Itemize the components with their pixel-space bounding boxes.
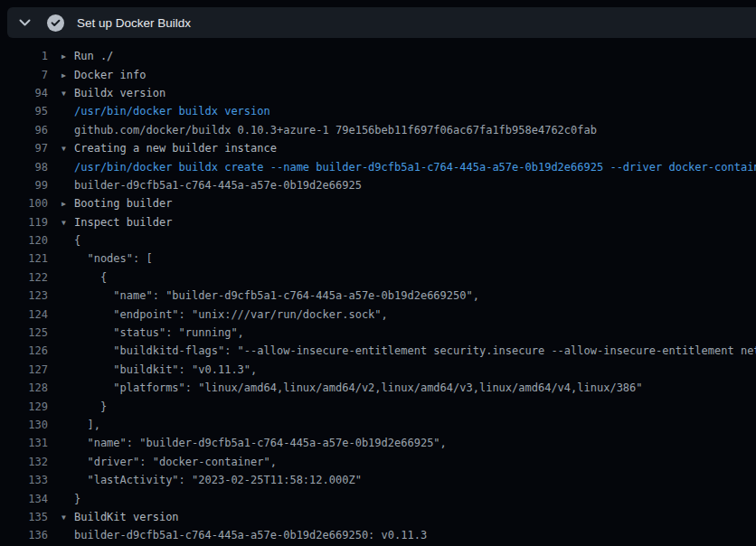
log-line-row: 123 "name": "builder-d9cfb5a1-c764-445a-… [0,287,756,305]
command-text: /usr/bin/docker buildx version [61,105,270,118]
step-header[interactable]: Set up Docker Buildx [7,7,756,38]
line-number[interactable]: 127 [0,363,48,376]
log-group-row[interactable]: 7▶Docker info [0,65,756,83]
log-group-row[interactable]: 97▼Creating a new builder instance [0,139,756,157]
log-group-row[interactable]: 119▼Inspect builder [0,213,756,231]
output-text: "status": "running", [61,326,244,339]
log-group-row[interactable]: 1▶Run ./ [0,47,756,65]
log-line-row: 132 "driver": "docker-container", [0,453,756,471]
line-number[interactable]: 100 [0,197,48,210]
output-text: "nodes": [ [61,252,153,265]
output-text: "name": "builder-d9cfb5a1-c764-445a-a57e… [61,437,447,449]
log-line-row: 96github.com/docker/buildx 0.10.3+azure-… [0,121,756,139]
log-line-row: 126 "buildkitd-flags": "--allow-insecure… [0,342,756,360]
line-number[interactable]: 95 [0,105,48,118]
log-line-row: 124 "endpoint": "unix:///var/run/docker.… [0,305,756,323]
line-number[interactable]: 132 [0,456,48,468]
triangle-collapsed-icon[interactable]: ▶ [61,200,74,208]
triangle-expanded-icon[interactable]: ▼ [61,145,74,153]
line-number[interactable]: 97 [0,142,48,155]
line-number[interactable]: 7 [0,69,48,81]
log-group-row[interactable]: 135▼BuildKit version [0,508,756,526]
triangle-expanded-icon[interactable]: ▼ [61,219,74,227]
line-number[interactable]: 120 [0,234,48,247]
line-number[interactable]: 128 [0,381,48,394]
log-line-row: 130 ], [0,416,756,434]
output-text: { [61,234,80,247]
line-number[interactable]: 124 [0,308,48,321]
line-number[interactable]: 94 [0,87,48,99]
log-line-row: 127 "buildkit": "v0.11.3", [0,361,756,379]
output-text: builder-d9cfb5a1-c764-445a-a57e-0b19d2e6… [61,179,362,192]
line-number[interactable]: 1 [0,50,48,62]
line-number[interactable]: 99 [0,179,48,192]
line-number[interactable]: 135 [0,511,48,523]
output-text: { [61,271,107,284]
line-number[interactable]: 98 [0,161,48,174]
line-number[interactable]: 122 [0,271,48,284]
output-text: "name": "builder-d9cfb5a1-c764-445a-a57e… [61,289,479,302]
output-text: github.com/docker/buildx 0.10.3+azure-1 … [61,124,597,136]
line-number[interactable]: 126 [0,344,48,357]
triangle-expanded-icon[interactable]: ▼ [61,89,74,98]
log-line-row: 99builder-d9cfb5a1-c764-445a-a57e-0b19d2… [0,176,756,194]
output-text: } [61,493,80,505]
triangle-collapsed-icon[interactable]: ▶ [61,71,74,80]
group-title: Docker info [74,69,146,81]
check-circle-icon [46,14,64,32]
output-text: builder-d9cfb5a1-c764-445a-a57e-0b19d2e6… [61,529,427,541]
step-title: Set up Docker Buildx [77,16,191,30]
log-line-row: 136builder-d9cfb5a1-c764-445a-a57e-0b19d… [0,526,756,544]
log-line-row: 134} [0,489,756,507]
line-number[interactable]: 131 [0,437,48,449]
group-title: Booting builder [74,197,172,210]
line-number[interactable]: 96 [0,124,48,136]
line-number[interactable]: 136 [0,529,48,541]
log-group-row[interactable]: 100▶Booting builder [0,194,756,212]
line-number[interactable]: 134 [0,493,48,505]
log-line-row: 125 "status": "running", [0,324,756,342]
output-text: "endpoint": "unix:///var/run/docker.sock… [61,308,388,321]
line-number[interactable]: 119 [0,216,48,229]
line-number[interactable]: 121 [0,252,48,265]
log-line-row: 129 } [0,397,756,415]
log-group-row[interactable]: 94▼Buildx version [0,84,756,102]
triangle-collapsed-icon[interactable]: ▶ [61,52,74,61]
group-title: Buildx version [74,87,165,99]
log-line-row: 122 { [0,268,756,287]
group-title: Run ./ [74,50,113,62]
line-number[interactable]: 133 [0,474,48,486]
output-text: "driver": "docker-container", [61,456,277,468]
log-line-row: 98/usr/bin/docker buildx create --name b… [0,157,756,175]
output-text: "platforms": "linux/amd64,linux/amd64/v2… [61,381,643,394]
line-number[interactable]: 123 [0,289,48,302]
group-title: Creating a new builder instance [74,142,277,155]
group-title: BuildKit version [74,511,179,523]
output-text: "buildkit": "v0.11.3", [61,363,257,376]
output-text: "lastActivity": "2023-02-25T11:58:12.000… [61,474,362,486]
log-line-row: 131 "name": "builder-d9cfb5a1-c764-445a-… [0,434,756,452]
log-line-row: 133 "lastActivity": "2023-02-25T11:58:12… [0,471,756,489]
log-line-row: 128 "platforms": "linux/amd64,linux/amd6… [0,379,756,397]
command-text: /usr/bin/docker buildx create --name bui… [61,161,756,174]
log-line-row: 120{ [0,231,756,249]
line-number[interactable]: 129 [0,400,48,413]
group-title: Inspect builder [74,216,172,229]
triangle-expanded-icon[interactable]: ▼ [61,513,74,522]
output-text: } [61,400,107,413]
log-viewer: 1▶Run ./7▶Docker info94▼Buildx version95… [0,47,756,545]
log-line-row: 121 "nodes": [ [0,249,756,268]
output-text: "buildkitd-flags": "--allow-insecure-ent… [61,344,756,357]
line-number[interactable]: 130 [0,419,48,431]
chevron-down-icon[interactable] [17,15,32,30]
log-line-row: 95/usr/bin/docker buildx version [0,102,756,120]
line-number[interactable]: 125 [0,326,48,339]
output-text: ], [61,419,100,431]
